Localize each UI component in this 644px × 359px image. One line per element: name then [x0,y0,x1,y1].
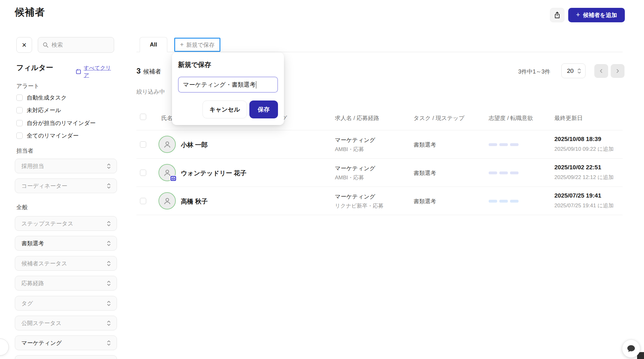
candidate-name[interactable]: 小林 一郎 [181,141,208,149]
tabbar-divider [136,52,623,52]
chevron-updown-icon [107,280,111,287]
col-task: タスク / 現ステップ [414,114,464,122]
filter-title: フィルター [16,63,53,73]
chevron-updown-icon [107,260,111,267]
select-publish-status[interactable]: 公開ステータス [15,316,117,330]
application-route: リクナビ新卒・応募 [335,202,384,209]
select-job[interactable]: マーケティング [15,335,117,350]
checkbox-label: 自動生成タスク [27,94,67,101]
chat-launcher-button[interactable] [622,340,640,358]
chevron-updown-icon [577,68,581,74]
checkbox-label: 全てのリマインダー [27,132,79,139]
page-size-value: 20 [567,68,577,74]
search-placeholder: 検索 [52,41,63,49]
save-new-dialog: 新規で保存 マーケティング・書類選考 キャンセル 保存 [172,52,284,125]
chevron-updown-icon [107,340,111,346]
table-row[interactable]: 小林 一郎 マーケティング AMBI・応募 書類選考 2025/10/08 18… [136,130,623,159]
chevron-updown-icon [107,182,111,189]
select-step[interactable]: 書類選考 [15,236,117,251]
col-name: 氏名 [161,114,173,122]
candidate-name[interactable]: 高橋 秋子 [181,197,208,206]
select-candidate-status[interactable]: 候補者ステータス [15,256,117,271]
close-icon: ✕ [22,41,27,49]
plus-icon: + [180,41,184,48]
count-value: 3 [136,67,141,75]
avatar [158,192,176,209]
chevron-updown-icon [107,220,111,227]
page-size-select[interactable]: 20 [561,63,586,78]
avatar [158,136,176,153]
col-motivation: 志望度 / 転職意欲 [489,114,533,122]
checkbox[interactable] [16,120,23,126]
row-checkbox[interactable] [140,170,146,176]
chevron-updown-icon [107,240,111,247]
person-icon [163,140,172,149]
search-icon [42,42,49,48]
view-name-value: マーケティング・書類選考 [183,81,256,89]
checkbox-all-reminders[interactable]: 全てのリマインダー [16,132,79,139]
select-placeholder: コーディネーター [21,182,107,190]
chat-bubble-icon [626,344,636,353]
chevron-left-icon [599,68,604,73]
close-filter-button[interactable]: ✕ [16,37,32,53]
select-partial[interactable] [15,355,117,359]
select-placeholder: 応募経路 [21,280,107,287]
cancel-button[interactable]: キャンセル [203,101,247,118]
export-button[interactable] [550,8,564,22]
table-row[interactable]: ウォンテッドリー 花子 マーケティング AMBI・応募 書類選考 2025/10… [136,159,623,187]
page-title: 候補者 [15,6,45,19]
added-at: 2025/07/25 19:41 に追加 [554,202,613,209]
person-icon [163,196,172,206]
select-step-status[interactable]: ステップステータス [15,216,117,231]
prev-page-button[interactable] [594,64,608,78]
view-name-input[interactable]: マーケティング・書類選考 [178,77,278,93]
motivation-placeholder-bars [489,143,519,146]
select-tag[interactable]: タグ [15,296,117,311]
checkbox[interactable] [16,107,23,113]
candidate-count: 3 候補者 [136,67,161,76]
general-section-label: 全般 [16,204,28,211]
updated-at: 2025/10/02 22:51 [554,164,601,171]
tab-save-new[interactable]: + 新規で保存 [174,38,220,52]
col-job: 求人名 / 応募経路 [335,114,379,122]
checkbox[interactable] [16,95,23,101]
tab-all[interactable]: All [140,37,167,52]
motivation-placeholder-bars [489,171,519,174]
search-input[interactable]: 検索 [38,37,114,53]
updated-at: 2025/07/25 19:41 [554,192,601,199]
checkbox-auto-task[interactable]: 自動生成タスク [16,94,67,101]
add-candidate-button[interactable]: + 候補者を追加 [568,8,625,22]
plus-icon: + [576,11,580,19]
clear-all-filters-link[interactable]: すべてクリア [75,64,116,79]
candidate-name[interactable]: ウォンテッドリー 花子 [181,169,247,177]
checkbox-my-reminders[interactable]: 自分が担当のリマインダー [16,119,96,127]
collapse-sidebar-button[interactable] [0,339,9,356]
pagination-range-label: 3件中1～3件 [509,68,550,75]
added-at: 2025/09/10 09:22 に追加 [554,145,613,153]
mail-icon [171,177,175,180]
alert-section-label: アラート [16,82,39,90]
assignee-section-label: 担当者 [16,147,33,155]
row-checkbox[interactable] [140,141,146,148]
current-step: 書類選考 [414,198,436,205]
current-step: 書類選考 [414,141,436,149]
select-placeholder: 公開ステータス [21,319,107,327]
row-checkbox[interactable] [140,198,146,204]
save-button[interactable]: 保存 [249,101,278,118]
checkbox[interactable] [16,133,23,139]
dialog-title: 新規で保存 [178,60,211,69]
job-title: マーケティング [335,136,375,144]
clear-all-label: すべてクリア [84,64,116,79]
select-placeholder: 採用担当 [21,162,107,170]
select-recruiter[interactable]: 採用担当 [15,159,117,173]
next-page-button[interactable] [611,64,625,78]
select-coordinator[interactable]: コーディネーター [15,178,117,193]
table-row[interactable]: 高橋 秋子 マーケティング リクナビ新卒・応募 書類選考 2025/07/25 … [136,187,623,215]
select-application-route[interactable]: 応募経路 [15,276,117,291]
select-all-checkbox[interactable] [140,114,146,120]
job-title: マーケティング [335,165,375,172]
chevron-right-icon [615,68,620,73]
checkbox-unanswered-mail[interactable]: 未対応メール [16,106,61,114]
select-placeholder: ステップステータス [21,220,107,227]
filtering-note: 絞り込み中 [136,88,165,95]
